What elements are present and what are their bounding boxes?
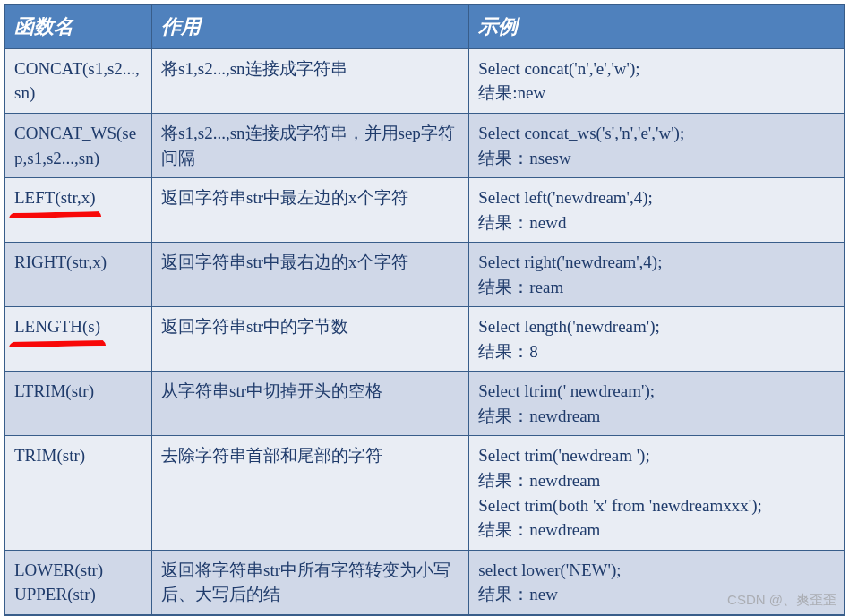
annotation-underline: LENGTH(s) [14, 314, 100, 339]
cell-example: Select right('newdream',4);结果：ream [469, 243, 845, 307]
cell-example: Select concat_ws('s','n','e','w');结果：nse… [469, 113, 845, 177]
cell-name: RIGHT(str,x) [4, 243, 152, 307]
cell-name: LTRIM(str) [4, 372, 152, 436]
table-row: CONCAT(s1,s2...,sn)将s1,s2...,sn连接成字符串Sel… [4, 48, 845, 113]
cell-desc: 返回将字符串str中所有字符转变为小写后、大写后的结 [152, 550, 469, 615]
cell-desc: 返回字符串str中最右边的x个字符 [152, 243, 469, 307]
cell-desc: 将s1,s2...,sn连接成字符串 [152, 48, 469, 113]
table-row: LENGTH(s)返回字符串str中的字节数Select length('new… [4, 307, 845, 372]
cell-example: Select trim('newdream ');结果：newdreamSele… [469, 436, 845, 550]
cell-example: Select concat('n','e','w');结果:new [469, 48, 845, 113]
sql-functions-table: 函数名 作用 示例 CONCAT(s1,s2...,sn)将s1,s2...,s… [4, 4, 845, 616]
cell-desc: 返回字符串str中的字节数 [152, 307, 469, 372]
cell-example: Select length('newdream');结果：8 [469, 307, 845, 372]
cell-desc: 从字符串str中切掉开头的空格 [152, 372, 469, 436]
header-name: 函数名 [4, 4, 152, 48]
table-row: LOWER(str)UPPER(str)返回将字符串str中所有字符转变为小写后… [4, 550, 845, 615]
cell-desc: 去除字符串首部和尾部的字符 [152, 436, 469, 550]
table-row: LTRIM(str)从字符串str中切掉开头的空格Select ltrim(' … [4, 372, 845, 436]
table-row: TRIM(str)去除字符串首部和尾部的字符Select trim('newdr… [4, 436, 845, 550]
cell-example: select lower('NEW');结果：new [469, 550, 845, 615]
cell-name: CONCAT(s1,s2...,sn) [4, 48, 152, 113]
table-row: CONCAT_WS(sep,s1,s2...,sn)将s1,s2...,sn连接… [4, 113, 845, 177]
header-desc: 作用 [152, 4, 469, 48]
header-row: 函数名 作用 示例 [4, 4, 845, 48]
cell-example: Select left('newdream',4);结果：newd [469, 178, 845, 243]
cell-name: TRIM(str) [4, 436, 152, 550]
cell-desc: 将s1,s2...,sn连接成字符串，并用sep字符间隔 [152, 113, 469, 177]
cell-name: CONCAT_WS(sep,s1,s2...,sn) [4, 113, 152, 177]
header-example: 示例 [469, 4, 845, 48]
cell-name: LEFT(str,x) [4, 178, 152, 243]
table-row: RIGHT(str,x)返回字符串str中最右边的x个字符Select righ… [4, 243, 845, 307]
cell-name: LOWER(str)UPPER(str) [4, 550, 152, 615]
cell-example: Select ltrim(' newdream');结果：newdream [469, 372, 845, 436]
annotation-underline: LEFT(str,x) [14, 185, 96, 210]
cell-name: LENGTH(s) [4, 307, 152, 372]
cell-desc: 返回字符串str中最左边的x个字符 [152, 178, 469, 243]
table-row: LEFT(str,x)返回字符串str中最左边的x个字符Select left(… [4, 178, 845, 243]
